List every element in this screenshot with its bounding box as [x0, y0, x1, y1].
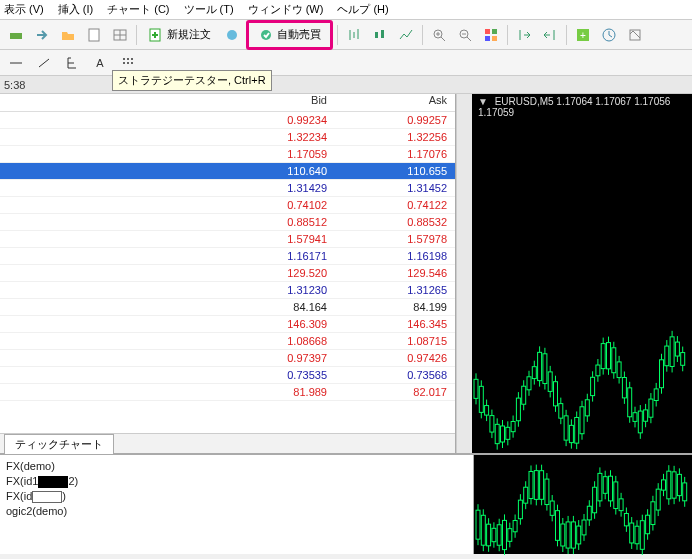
market-row[interactable]: 110.640110.655	[0, 163, 455, 180]
tile-icon[interactable]	[479, 23, 503, 47]
scrollbar-gap[interactable]	[456, 94, 472, 453]
market-row[interactable]: 1.312301.31265	[0, 282, 455, 299]
account-row[interactable]: FX(id)	[6, 489, 467, 504]
periods-icon[interactable]	[597, 23, 621, 47]
market-row[interactable]: 129.520129.546	[0, 265, 455, 282]
svg-rect-200	[677, 474, 681, 495]
hline-icon[interactable]	[4, 51, 28, 75]
account-row[interactable]: FX(demo)	[6, 459, 467, 474]
market-row[interactable]: 1.161711.16198	[0, 248, 455, 265]
market-row[interactable]: 1.322341.32256	[0, 129, 455, 146]
trendline-icon[interactable]	[32, 51, 56, 75]
col-ask-header[interactable]: Ask	[335, 94, 455, 111]
svg-rect-192	[656, 489, 660, 510]
input-box-icon[interactable]	[32, 491, 62, 503]
svg-rect-90	[596, 365, 600, 376]
svg-line-35	[39, 59, 49, 67]
tool-icon-1[interactable]	[4, 23, 28, 47]
fibo-icon[interactable]	[60, 51, 84, 75]
market-row[interactable]: 1.170591.17076	[0, 146, 455, 163]
menu-tool[interactable]: ツール (T)	[184, 2, 234, 17]
accounts-list[interactable]: FX(demo) FX(id12) FX(id) ogic2(demo)	[0, 455, 474, 554]
market-row[interactable]: 0.992340.99257	[0, 112, 455, 129]
market-row[interactable]: 1.579411.57978	[0, 231, 455, 248]
svg-rect-50	[490, 416, 494, 432]
svg-rect-74	[554, 382, 558, 406]
svg-rect-158	[566, 522, 570, 548]
menu-window[interactable]: ウィンドウ (W)	[248, 2, 324, 17]
candles-icon[interactable]	[368, 23, 392, 47]
svg-point-40	[123, 62, 125, 64]
market-row[interactable]: 84.16484.199	[0, 299, 455, 316]
svg-rect-198	[672, 472, 676, 498]
indicators-icon[interactable]: +	[571, 23, 595, 47]
bid-cell: 1.17059	[0, 148, 335, 160]
svg-rect-44	[474, 379, 478, 398]
bottom-chart[interactable]	[474, 455, 692, 554]
arrow-icon[interactable]	[30, 23, 54, 47]
market-body[interactable]: 0.992340.992571.322341.322561.170591.170…	[0, 112, 455, 433]
market-row[interactable]: 0.741020.74122	[0, 197, 455, 214]
col-bid-header[interactable]: Bid	[0, 94, 335, 111]
autoscroll-icon[interactable]	[538, 23, 562, 47]
line-icon[interactable]	[394, 23, 418, 47]
auto-trade-label: 自動売買	[277, 27, 321, 42]
menu-help[interactable]: ヘルプ (H)	[337, 2, 388, 17]
svg-line-16	[441, 37, 445, 41]
svg-rect-132	[497, 525, 501, 546]
market-row[interactable]: 81.98982.017	[0, 384, 455, 401]
account-row[interactable]: FX(id12)	[6, 474, 467, 489]
text-icon[interactable]: A	[88, 51, 112, 75]
page-icon[interactable]	[82, 23, 106, 47]
tab-tick-chart[interactable]: ティックチャート	[4, 434, 114, 454]
svg-rect-100	[622, 378, 626, 398]
masked-icon	[38, 476, 68, 488]
expert-icon[interactable]	[220, 23, 244, 47]
svg-rect-120	[675, 342, 679, 356]
svg-rect-164	[582, 520, 586, 535]
market-row[interactable]: 146.309146.345	[0, 316, 455, 333]
menu-view[interactable]: 表示 (V)	[4, 2, 44, 17]
new-order-button[interactable]: 新規注文	[141, 23, 218, 47]
account-row[interactable]: ogic2(demo)	[6, 504, 467, 519]
zoom-out-icon[interactable]	[453, 23, 477, 47]
market-tabs: ティックチャート	[0, 433, 455, 453]
market-row[interactable]: 0.735350.73568	[0, 367, 455, 384]
ask-cell: 82.017	[335, 386, 455, 398]
shift-icon[interactable]	[512, 23, 536, 47]
market-row[interactable]: 0.973970.97426	[0, 350, 455, 367]
bid-cell: 1.16171	[0, 250, 335, 262]
svg-rect-78	[564, 416, 568, 440]
chart-pane[interactable]: ▼ EURUSD,M5 1.17064 1.17067 1.17056 1.17…	[472, 94, 692, 453]
ask-cell: 1.57978	[335, 233, 455, 245]
market-row[interactable]: 0.885120.88532	[0, 214, 455, 231]
svg-point-37	[123, 58, 125, 60]
svg-rect-96	[612, 348, 616, 373]
auto-trade-button[interactable]: 自動売買	[251, 23, 328, 47]
new-order-icon	[148, 27, 164, 43]
svg-rect-140	[518, 500, 522, 519]
svg-rect-58	[511, 422, 515, 432]
ask-cell: 1.31452	[335, 182, 455, 194]
table-icon[interactable]	[108, 23, 132, 47]
svg-point-9	[261, 30, 271, 40]
menu-chart[interactable]: チャート (C)	[107, 2, 169, 17]
market-row[interactable]: 1.086681.08715	[0, 333, 455, 350]
folder-icon[interactable]	[56, 23, 80, 47]
market-row[interactable]: 1.314291.31452	[0, 180, 455, 197]
main-toolbar: 新規注文 自動売買 +	[0, 20, 692, 50]
svg-rect-80	[569, 425, 573, 442]
svg-rect-196	[667, 471, 671, 499]
bid-cell: 0.74102	[0, 199, 335, 211]
svg-rect-54	[501, 426, 505, 442]
bid-cell: 0.73535	[0, 369, 335, 381]
svg-rect-116	[665, 346, 669, 366]
menu-insert[interactable]: 挿入 (I)	[58, 2, 93, 17]
svg-rect-178	[619, 499, 623, 511]
content-area: Bid Ask 0.992340.992571.322341.322561.17…	[0, 94, 692, 454]
svg-rect-138	[513, 521, 517, 532]
bars-icon[interactable]	[342, 23, 366, 47]
templates-icon[interactable]	[623, 23, 647, 47]
svg-rect-62	[522, 386, 526, 404]
zoom-in-icon[interactable]	[427, 23, 451, 47]
